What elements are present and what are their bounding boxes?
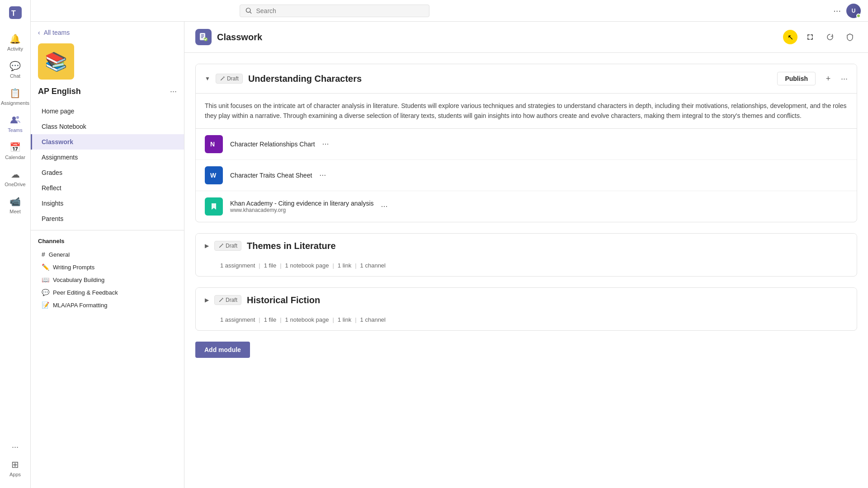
resource-name-char-traits: Character Traits Cheat Sheet bbox=[230, 172, 312, 179]
icon-bar: T 🔔 Activity 💬 Chat 📋 Assignments bbox=[0, 0, 31, 488]
expand-icon-historical[interactable]: ▶ bbox=[205, 297, 209, 303]
resource-name-char-rel: Character Relationships Chart bbox=[230, 141, 315, 148]
module-header-themes: ▶ Draft Themes in Literature bbox=[196, 234, 857, 258]
resource-character-relationships-chart: N Character Relationships Chart ··· bbox=[196, 129, 857, 160]
sidebar-item-apps[interactable]: ⊞ Apps bbox=[0, 455, 30, 481]
onenote-icon: N bbox=[205, 135, 223, 153]
channel-peer-icon: 💬 bbox=[42, 289, 49, 296]
khan-icon bbox=[205, 197, 223, 216]
module-more-button[interactable]: ··· bbox=[841, 74, 848, 84]
word-icon: W bbox=[205, 166, 223, 184]
sidebar-item-calendar[interactable]: 📅 Calendar bbox=[0, 138, 30, 164]
content-header: Classwork ↖ bbox=[184, 22, 868, 53]
sidebar-item-assignments[interactable]: 📋 Assignments bbox=[0, 84, 30, 109]
nav-item-classwork[interactable]: Classwork bbox=[31, 134, 184, 150]
expand-icon-button[interactable] bbox=[803, 30, 817, 44]
module-title-themes: Themes in Literature bbox=[247, 241, 848, 251]
content-header-left: Classwork bbox=[195, 29, 262, 45]
channel-peer[interactable]: 💬 Peer Editing & Feedback bbox=[38, 286, 177, 299]
channel-general-icon: # bbox=[42, 251, 45, 258]
edit-icon-historical bbox=[218, 297, 224, 303]
module-header-understanding-characters: ▼ Draft Understanding Characters Publish… bbox=[196, 64, 857, 94]
modules-container: ▼ Draft Understanding Characters Publish… bbox=[184, 53, 868, 488]
nav-item-grades[interactable]: Grades bbox=[31, 165, 184, 180]
edit-icon bbox=[220, 76, 225, 81]
page-title: Classwork bbox=[217, 32, 262, 42]
sidebar-item-meet[interactable]: 📹 Meet bbox=[0, 192, 30, 218]
team-menu-button[interactable]: ··· bbox=[170, 87, 177, 96]
svg-point-2 bbox=[12, 117, 16, 120]
refresh-icon-button[interactable] bbox=[823, 30, 837, 44]
draft-badge-themes: Draft bbox=[214, 241, 241, 251]
svg-text:T: T bbox=[11, 9, 16, 17]
channels-title: Channels bbox=[38, 238, 177, 244]
main-layout: ‹ All teams 📚 AP English ··· Home page C… bbox=[31, 22, 868, 488]
resource-more-button-2[interactable]: ··· bbox=[381, 202, 388, 211]
app-logo: T bbox=[7, 5, 24, 21]
channel-vocabulary-icon: 📖 bbox=[42, 276, 49, 283]
team-header: AP English ··· bbox=[31, 83, 184, 100]
channel-writing[interactable]: ✏️ Writing Prompts bbox=[38, 261, 177, 273]
module-summary-historical: 1 assignment | 1 file | 1 notebook page … bbox=[196, 313, 857, 330]
module-title-understanding-characters: Understanding Characters bbox=[248, 74, 772, 84]
sidebar-item-activity[interactable]: 🔔 Activity bbox=[0, 30, 30, 55]
svg-text:W: W bbox=[210, 172, 217, 179]
module-description-understanding-characters: This unit focuses on the intricate art o… bbox=[196, 94, 857, 129]
svg-line-5 bbox=[250, 12, 251, 13]
apps-icon: ⊞ bbox=[10, 459, 21, 470]
svg-point-3 bbox=[16, 116, 19, 119]
channel-writing-icon: ✏️ bbox=[42, 263, 49, 271]
module-themes-in-literature: ▶ Draft Themes in Literature 1 assignmen… bbox=[195, 233, 857, 277]
search-bar[interactable] bbox=[240, 5, 429, 17]
sidebar-item-onedrive[interactable]: ☁ OneDrive bbox=[0, 165, 30, 191]
resource-more-button-1[interactable]: ··· bbox=[319, 170, 326, 180]
expand-icon-themes[interactable]: ▶ bbox=[205, 243, 209, 249]
collapse-icon[interactable]: ▼ bbox=[205, 75, 210, 82]
avatar[interactable]: U bbox=[846, 4, 861, 18]
teams-icon bbox=[10, 115, 21, 126]
resource-name-khan: Khan Academy - Citing evidence in litera… bbox=[230, 200, 374, 213]
online-badge bbox=[856, 14, 861, 18]
svg-marker-13 bbox=[212, 203, 216, 210]
nav-item-reflect[interactable]: Reflect bbox=[31, 180, 184, 196]
content-header-actions: ↖ bbox=[783, 30, 857, 44]
nav-item-notebook[interactable]: Class Notebook bbox=[31, 119, 184, 134]
nav-item-assignments[interactable]: Assignments bbox=[31, 150, 184, 165]
meet-icon: 📹 bbox=[10, 196, 21, 207]
more-options-button[interactable]: ··· bbox=[833, 5, 841, 16]
nav-item-home[interactable]: Home page bbox=[31, 103, 184, 119]
module-understanding-characters: ▼ Draft Understanding Characters Publish… bbox=[195, 64, 857, 222]
sidebar: ‹ All teams 📚 AP English ··· Home page C… bbox=[31, 22, 184, 488]
channel-vocabulary[interactable]: 📖 Vocabulary Building bbox=[38, 273, 177, 286]
bell-icon: 🔔 bbox=[10, 33, 21, 44]
sidebar-item-teams[interactable]: Teams bbox=[0, 111, 30, 136]
sidebar-item-chat[interactable]: 💬 Chat bbox=[0, 57, 30, 82]
resource-character-traits-cheat-sheet: W Character Traits Cheat Sheet ··· bbox=[196, 160, 857, 191]
classwork-icon bbox=[195, 29, 212, 45]
resource-more-button-0[interactable]: ··· bbox=[322, 139, 329, 149]
channel-general[interactable]: # General bbox=[38, 248, 177, 261]
more-button[interactable]: ... bbox=[0, 437, 30, 454]
main-content: Classwork ↖ bbox=[184, 22, 868, 488]
draft-badge-historical: Draft bbox=[214, 295, 241, 305]
back-arrow-icon: ‹ bbox=[38, 29, 40, 36]
channels-section: Channels # General ✏️ Writing Prompts 📖 … bbox=[31, 230, 184, 315]
nav-item-parents[interactable]: Parents bbox=[31, 211, 184, 226]
draft-badge: Draft bbox=[216, 74, 243, 84]
module-title-historical: Historical Fiction bbox=[247, 295, 848, 305]
assignments-icon: 📋 bbox=[10, 88, 21, 99]
add-resource-button[interactable]: + bbox=[821, 71, 835, 86]
top-bar: ··· U bbox=[31, 0, 868, 22]
nav-item-insights[interactable]: Insights bbox=[31, 196, 184, 211]
search-input[interactable] bbox=[256, 7, 424, 14]
svg-point-4 bbox=[246, 8, 250, 12]
channel-mla[interactable]: 📝 MLA/APA Formatting bbox=[38, 299, 177, 311]
search-icon bbox=[245, 7, 252, 14]
add-module-button[interactable]: Add module bbox=[195, 342, 250, 358]
module-summary-themes: 1 assignment | 1 file | 1 notebook page … bbox=[196, 258, 857, 276]
sidebar-nav: Home page Class Notebook Classwork Assig… bbox=[31, 103, 184, 226]
publish-button[interactable]: Publish bbox=[777, 72, 816, 85]
team-name: AP English bbox=[38, 87, 81, 96]
shield-icon-button[interactable] bbox=[843, 30, 857, 44]
back-to-teams[interactable]: ‹ All teams bbox=[31, 22, 184, 40]
